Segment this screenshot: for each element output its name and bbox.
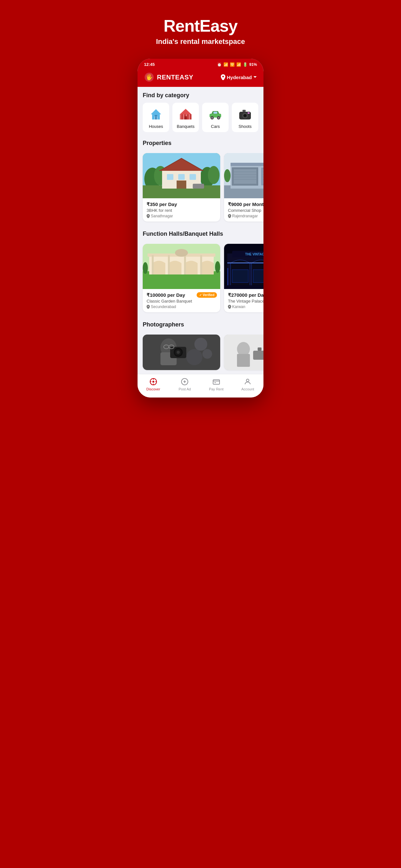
category-item-banquets[interactable]: Banquets (173, 103, 199, 132)
app-tagline: India's rental marketspace (156, 37, 245, 46)
nav-item-account[interactable]: Account (232, 377, 264, 391)
banquet-name-2: The Vintage Palace (228, 299, 264, 304)
banquet-card-1[interactable]: ✓ Verified ₹100000 per Day Classic Garde… (143, 244, 220, 312)
properties-scroll[interactable]: ₹350 per Day 3BHK for rent Sanathnagar (137, 153, 264, 225)
svg-rect-109 (213, 380, 220, 384)
svg-rect-36 (177, 181, 186, 189)
svg-rect-8 (183, 114, 184, 120)
location-text: Hyderabad (227, 74, 252, 80)
svg-point-101 (152, 381, 154, 383)
location-icon (221, 74, 225, 80)
nav-item-discover[interactable]: Discover (137, 377, 169, 391)
account-label: Account (241, 387, 254, 391)
discover-label: Discover (146, 387, 160, 391)
discover-icon (149, 377, 158, 386)
status-bar: 12:45 ⏰ 📶 🛜 📶 🔋 91% (137, 59, 264, 69)
svg-rect-63 (184, 255, 186, 275)
call-icon: 📶 (223, 62, 228, 67)
property-price-1: ₹350 per Day (147, 202, 216, 207)
photographers-title: Photographers (143, 321, 258, 328)
svg-rect-71 (227, 262, 264, 263)
svg-rect-11 (184, 116, 187, 120)
nav-item-pay-rent[interactable]: Pay Rent (201, 377, 232, 391)
app-navbar: 🖐 RENTEASY Hyderabad (137, 69, 264, 87)
banquet-info-2: ₹270000 per Day The Vintage Palace Karwa… (224, 289, 264, 312)
shoots-icon (238, 107, 252, 121)
banquet-location-2: Karwan (228, 305, 264, 309)
banquet-name-1: Classic Garden Banquet (147, 299, 216, 304)
banquet-card-2[interactable]: THE VINTAGE PALACE (224, 244, 264, 312)
svg-rect-4 (155, 115, 157, 117)
location-selector[interactable]: Hyderabad (221, 74, 257, 80)
svg-rect-23 (248, 113, 250, 114)
category-item-shoots[interactable]: Shoots (232, 103, 258, 132)
property-card-2[interactable]: ₹9000 per Month Commercial Shop Rajendra… (224, 153, 264, 221)
svg-rect-42 (230, 163, 264, 166)
photographers-scroll[interactable] (137, 335, 264, 374)
svg-rect-110 (214, 382, 216, 383)
signal-icon: 📶 (236, 62, 241, 67)
svg-point-90 (203, 349, 212, 359)
post-ad-icon (181, 377, 189, 386)
banquets-label: Banquets (177, 124, 195, 129)
shoots-label: Shoots (239, 124, 251, 129)
property-info-2: ₹9000 per Month Commercial Shop Rajendra… (224, 198, 264, 221)
banquets-section: Function Halls/Banquet Halls (137, 225, 264, 244)
verified-badge-1: ✓ Verified (197, 292, 217, 298)
main-content: Find by category Houses (137, 87, 264, 374)
svg-rect-74 (227, 268, 228, 286)
photographer-card-1[interactable] (143, 335, 220, 370)
banquets-icon (179, 107, 193, 121)
svg-text:🖐: 🖐 (146, 73, 153, 81)
houses-icon (149, 107, 163, 121)
svg-point-67 (215, 261, 220, 273)
category-item-houses[interactable]: Houses (143, 103, 169, 132)
photographers-section: Photographers (137, 316, 264, 335)
property-location-1: Sanathnagar (147, 214, 216, 218)
svg-rect-64 (200, 255, 202, 275)
svg-rect-50 (263, 169, 264, 184)
app-wrapper: RentEasy India's rental marketspace 12:4… (134, 6, 267, 398)
pay-rent-label: Pay Rent (209, 387, 223, 391)
cars-icon (208, 107, 222, 121)
svg-rect-10 (189, 114, 190, 120)
svg-rect-61 (152, 255, 154, 275)
photographer-card-2[interactable] (224, 335, 264, 370)
svg-rect-95 (237, 354, 250, 367)
svg-point-14 (211, 117, 213, 119)
property-image-1 (143, 153, 220, 198)
status-time: 12:45 (144, 62, 155, 67)
category-grid: Houses (143, 103, 258, 132)
wifi-icon: 🛜 (230, 62, 235, 67)
category-section: Find by category Houses (137, 87, 264, 135)
svg-rect-3 (155, 117, 157, 120)
property-card-1[interactable]: ₹350 per Day 3BHK for rent Sanathnagar (143, 153, 220, 221)
alarm-icon: ⏰ (217, 62, 222, 67)
properties-title: Properties (143, 140, 258, 147)
cars-label: Cars (211, 124, 220, 129)
properties-section: Properties (137, 135, 264, 153)
svg-point-21 (244, 115, 246, 117)
svg-point-91 (186, 349, 203, 365)
battery-percent: 91% (249, 62, 257, 67)
app-logo[interactable]: 🖐 RENTEASY (144, 72, 193, 82)
category-title: Find by category (143, 92, 258, 99)
post-ad-label: Post Ad (179, 387, 191, 391)
status-icons: ⏰ 📶 🛜 📶 🔋 91% (217, 62, 257, 67)
banquet-location-1: Secunderabad (147, 305, 216, 309)
svg-rect-79 (224, 285, 264, 289)
svg-point-28 (208, 166, 220, 184)
app-title: RentEasy (156, 16, 245, 35)
property-name-1: 3BHK for rent (147, 208, 216, 213)
svg-rect-7 (180, 114, 181, 120)
property-name-2: Commercial Shop (228, 208, 264, 213)
photographer-image-1 (143, 335, 220, 370)
banquets-scroll[interactable]: ✓ Verified ₹100000 per Day Classic Garde… (137, 244, 264, 316)
category-item-cars[interactable]: Cars (202, 103, 228, 132)
app-promo-header: RentEasy India's rental marketspace (150, 6, 251, 52)
svg-point-16 (218, 117, 220, 119)
svg-rect-34 (178, 174, 185, 180)
nav-item-post-ad[interactable]: Post Ad (169, 377, 201, 391)
property-info-1: ₹350 per Day 3BHK for rent Sanathnagar (143, 198, 220, 221)
svg-point-111 (246, 379, 249, 382)
